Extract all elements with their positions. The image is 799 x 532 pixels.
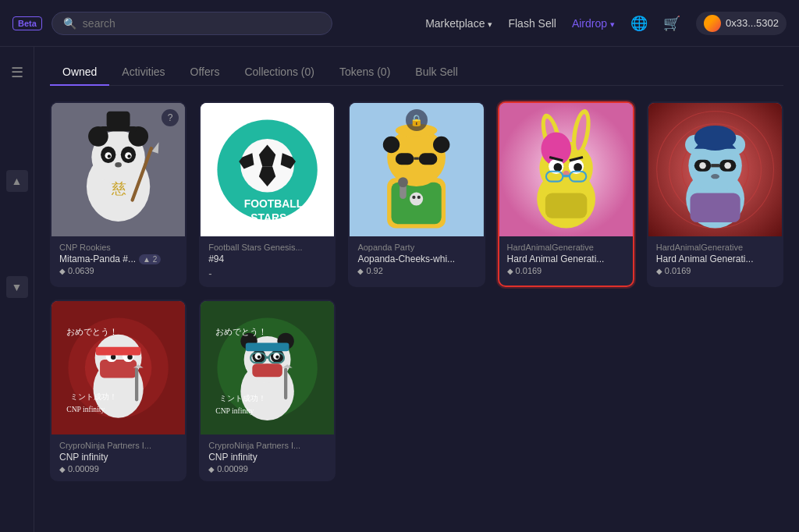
- svg-point-51: [553, 163, 562, 172]
- tab-owned[interactable]: Owned: [50, 59, 109, 86]
- sidebar-arrow-up[interactable]: ▲: [6, 170, 28, 192]
- wallet-avatar: [704, 15, 721, 32]
- svg-text:STARS: STARS: [250, 211, 286, 224]
- nft-card-aopanda[interactable]: 🔒 Aopanda Party Aopanda-Cheeks-whi... ◆ …: [348, 101, 485, 287]
- nft-info-hard-animal: HardAnimalGenerative Hard Animal Generat…: [499, 236, 633, 282]
- nft-count-mitama: ▲ 2: [139, 254, 161, 264]
- sidebar: ☰ ▲ ▼: [0, 47, 34, 532]
- nft-name-cnp2: CNP infinity: [208, 452, 326, 463]
- svg-point-31: [417, 196, 421, 199]
- nft-card-football[interactable]: FOOTBALL STARS Football Stars Genesis...…: [199, 101, 336, 287]
- nft-image-football: FOOTBALL STARS: [201, 103, 334, 236]
- nft-collection-hard-animal2: HardAnimalGenerative: [656, 243, 774, 252]
- svg-point-34: [433, 137, 449, 153]
- nft-name-mitama: Mitama-Panda #... ▲ 2: [59, 254, 177, 264]
- nft-name-aopanda: Aopanda-Cheeks-whi...: [357, 254, 475, 264]
- nav-marketplace[interactable]: Marketplace: [425, 17, 492, 30]
- tab-tokens[interactable]: Tokens (0): [327, 59, 403, 86]
- svg-rect-35: [396, 153, 414, 165]
- svg-rect-115: [284, 368, 287, 400]
- sidebar-arrow-down[interactable]: ▼: [6, 276, 28, 298]
- svg-text:ミント成功！: ミント成功！: [219, 395, 266, 403]
- svg-point-33: [383, 137, 400, 153]
- nav-airdrop[interactable]: Airdrop: [572, 17, 615, 30]
- nft-card-mitama[interactable]: 慈 ? CNP Rookies Mitama-Panda #... ▲ 2: [50, 101, 186, 287]
- svg-point-72: [724, 162, 731, 169]
- svg-point-29: [410, 192, 423, 205]
- cart-icon[interactable]: 🛒: [663, 15, 680, 32]
- sidebar-menu-icon[interactable]: ☰: [6, 59, 28, 86]
- nft-card-hard-animal2[interactable]: HardAnimalGenerative Hard Animal Generat…: [647, 101, 783, 287]
- nft-image-cnp2: おめでとう！ ミント成功！ CNP infinity: [201, 301, 334, 434]
- nft-name-cnp1: CNP infinity: [59, 452, 177, 463]
- tabs: Owned Activities Offers Collections (0) …: [50, 59, 783, 86]
- tab-offers[interactable]: Offers: [178, 59, 233, 86]
- nav-flash-sell[interactable]: Flash Sell: [508, 17, 556, 30]
- svg-rect-58: [563, 175, 570, 177]
- nft-image-cnp1: おめでとう！ ミント成功！ CNP infinity: [51, 301, 185, 434]
- svg-text:おめでとう！: おめでとう！: [215, 327, 267, 337]
- svg-text:FOOTBALL: FOOTBALL: [244, 197, 304, 210]
- nft-info-cnp1: CryproNinja Partners I... CNP infinity ◆…: [51, 434, 185, 480]
- nft-floor-hard-animal: ◆ 0.0169: [507, 266, 625, 275]
- nft-card-cnp2[interactable]: おめでとう！ ミント成功！ CNP infinity CryproNinja P…: [199, 300, 336, 481]
- svg-rect-37: [414, 158, 419, 160]
- wallet-address: 0x33...5302: [726, 17, 779, 29]
- nft-card-cnp1[interactable]: おめでとう！ ミント成功！ CNP infinity CryproNinja P…: [50, 300, 186, 481]
- search-bar[interactable]: 🔍: [51, 12, 332, 35]
- nft-card-hard-animal[interactable]: HardAnimalGenerative Hard Animal Generat…: [498, 101, 634, 287]
- svg-rect-92: [135, 368, 138, 402]
- svg-rect-104: [266, 356, 269, 359]
- header: Beta 🔍 Marketplace Flash Sell Airdrop 🌐 …: [0, 0, 799, 47]
- svg-rect-110: [253, 364, 283, 377]
- search-icon: 🔍: [63, 17, 76, 30]
- svg-point-30: [413, 196, 416, 199]
- svg-point-73: [694, 126, 736, 151]
- svg-point-107: [257, 356, 261, 359]
- nft-info-football: Football Stars Genesis... #94 -: [201, 236, 334, 286]
- nft-floor-aopanda: ◆ 0.92: [357, 266, 475, 275]
- svg-point-108: [275, 356, 279, 359]
- nft-floor-cnp2: ◆ 0.00099: [208, 464, 326, 473]
- nft-name-hard-animal2: Hard Animal Generati...: [656, 254, 774, 264]
- svg-rect-70: [711, 164, 719, 167]
- tab-activities[interactable]: Activities: [109, 59, 177, 86]
- nft-info-aopanda: Aopanda Party Aopanda-Cheeks-whi... ◆ 0.…: [350, 236, 483, 282]
- search-input[interactable]: [83, 17, 321, 30]
- nav-items: Marketplace Flash Sell Airdrop 🌐 🛒 0x33.…: [425, 12, 787, 35]
- nft-info-hard-animal2: HardAnimalGenerative Hard Animal Generat…: [648, 236, 782, 282]
- globe-icon[interactable]: 🌐: [630, 15, 648, 32]
- layout: ☰ ▲ ▼ Owned Activities Offers Collection…: [0, 47, 799, 532]
- nft-name-hard-animal: Hard Animal Generati...: [507, 254, 625, 264]
- marketplace-chevron: [488, 17, 492, 30]
- main-content: Owned Activities Offers Collections (0) …: [34, 47, 799, 532]
- svg-text:ミント成功！: ミント成功！: [70, 392, 117, 401]
- svg-point-11: [115, 162, 122, 167]
- svg-text:CNP infinity: CNP infinity: [66, 406, 105, 414]
- airdrop-chevron: [610, 17, 615, 30]
- svg-point-9: [108, 154, 111, 158]
- tab-bulk-sell[interactable]: Bulk Sell: [403, 59, 470, 86]
- wallet-badge[interactable]: 0x33...5302: [696, 12, 787, 35]
- svg-text:CNP infinity: CNP infinity: [215, 407, 254, 416]
- nft-image-hard-animal2: [648, 103, 782, 236]
- svg-text:慈: 慈: [111, 180, 126, 197]
- nft-grid: 慈 ? CNP Rookies Mitama-Panda #... ▲ 2: [50, 101, 783, 481]
- svg-rect-13: [107, 112, 130, 128]
- nft-image-hard-animal: [499, 103, 633, 236]
- nft-collection-mitama: CNP Rookies: [59, 243, 177, 252]
- svg-point-74: [711, 174, 719, 179]
- nft-collection-cnp1: CryproNinja Partners I...: [59, 441, 177, 450]
- nft-floor-hard-animal2: ◆ 0.0169: [656, 266, 774, 275]
- svg-rect-36: [419, 153, 438, 165]
- nft-floor-mitama: ◆ 0.0639: [59, 266, 177, 275]
- svg-point-71: [699, 162, 706, 169]
- nft-collection-aopanda: Aopanda Party: [357, 243, 475, 252]
- nft-image-mitama: 慈 ?: [51, 103, 185, 236]
- nft-collection-football: Football Stars Genesis...: [208, 243, 326, 252]
- nft-floor-cnp1: ◆ 0.00099: [59, 464, 177, 473]
- svg-rect-111: [246, 343, 289, 352]
- svg-rect-81: [100, 360, 137, 378]
- tab-collections[interactable]: Collections (0): [232, 59, 326, 86]
- lock-icon-aopanda: 🔒: [406, 109, 428, 131]
